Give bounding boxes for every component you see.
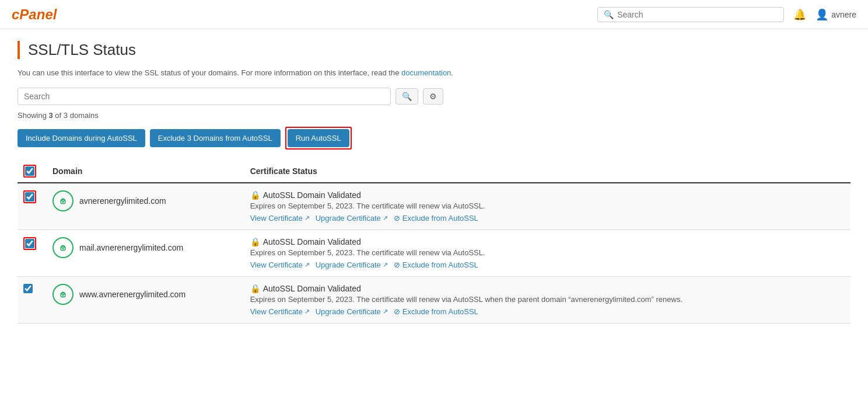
row-checkbox-wrapper	[23, 190, 36, 203]
upgrade-certificate-link[interactable]: Upgrade Certificate ↗	[316, 214, 388, 223]
search-icon: 🔍	[604, 10, 614, 19]
row-checkbox-wrapper	[23, 237, 36, 250]
settings-button[interactable]: ⚙	[423, 88, 443, 105]
lock-icon: 🔒	[250, 284, 260, 293]
select-all-header	[18, 160, 47, 183]
page-description: You can use this interface to view the S…	[18, 68, 850, 77]
exclude-domains-button[interactable]: Exclude 3 Domains from AutoSSL	[150, 129, 281, 147]
row-checkbox[interactable]	[25, 239, 34, 248]
cert-links: View Certificate ↗ Upgrade Certificate ↗…	[250, 260, 845, 269]
notifications-icon[interactable]: 🔔	[793, 8, 806, 21]
domain-cell: www.avnerenergylimited.com	[47, 277, 244, 324]
table-row: www.avnerenergylimited.com 🔒 AutoSSL Dom…	[18, 277, 850, 324]
row-checkbox-cell	[18, 230, 47, 277]
run-autossl-wrapper: Run AutoSSL	[285, 127, 352, 150]
exclude-icon: ⊘	[394, 260, 400, 269]
header-right: 🔍 🔔 👤 avnere	[597, 7, 856, 22]
view-certificate-link[interactable]: View Certificate ↗	[250, 307, 310, 316]
exclude-icon: ⊘	[394, 214, 400, 223]
header: cPanel 🔍 🔔 👤 avnere	[0, 0, 868, 29]
main-content: SSL/TLS Status You can use this interfac…	[0, 29, 868, 335]
username-label: avnere	[831, 10, 856, 19]
external-link-icon: ↗	[383, 308, 388, 315]
cert-status-column-header: Certificate Status	[244, 160, 850, 183]
row-checkbox-cell	[18, 183, 47, 230]
cert-links: View Certificate ↗ Upgrade Certificate ↗…	[250, 214, 845, 223]
cert-status-label: AutoSSL Domain Validated	[263, 237, 361, 246]
cert-status-cell: 🔒 AutoSSL Domain Validated Expires on Se…	[244, 183, 850, 230]
cert-status-title: 🔒 AutoSSL Domain Validated	[250, 237, 845, 246]
upgrade-certificate-link[interactable]: Upgrade Certificate ↗	[316, 307, 388, 316]
row-checkbox[interactable]	[25, 192, 34, 202]
showing-count: Showing 3 of 3 domains	[18, 111, 850, 120]
description-text: You can use this interface to view the S…	[18, 68, 399, 77]
ssl-table: Domain Certificate Status avnerenergylim…	[18, 160, 850, 324]
include-domains-button[interactable]: Include Domains during AutoSSL	[18, 129, 145, 147]
domain-name: avnerenergylimited.com	[79, 196, 166, 206]
table-row: mail.avnerenergylimited.com 🔒 AutoSSL Do…	[18, 230, 850, 277]
view-certificate-link[interactable]: View Certificate ↗	[250, 214, 310, 223]
table-row: avnerenergylimited.com 🔒 AutoSSL Domain …	[18, 183, 850, 230]
external-link-icon: ↗	[304, 214, 310, 222]
exclude-icon: ⊘	[394, 307, 400, 316]
exclude-from-autossl-link[interactable]: ⊘ Exclude from AutoSSL	[394, 214, 478, 223]
global-search-bar[interactable]: 🔍	[597, 7, 784, 22]
external-link-icon: ↗	[304, 308, 310, 315]
cert-expires: Expires on September 5, 2023. The certif…	[250, 295, 845, 304]
cpanel-logo: cPanel	[12, 5, 57, 23]
cert-status-cell: 🔒 AutoSSL Domain Validated Expires on Se…	[244, 277, 850, 324]
search-row: 🔍 ⚙	[18, 88, 850, 105]
external-link-icon: ↗	[304, 261, 310, 269]
upgrade-certificate-link[interactable]: Upgrade Certificate ↗	[316, 260, 388, 269]
cert-status-cell: 🔒 AutoSSL Domain Validated Expires on Se…	[244, 230, 850, 277]
cert-status-title: 🔒 AutoSSL Domain Validated	[250, 284, 845, 293]
row-checkbox[interactable]	[23, 284, 33, 293]
domain-ssl-icon	[52, 190, 74, 211]
domain-name: www.avnerenergylimited.com	[79, 290, 186, 299]
view-certificate-link[interactable]: View Certificate ↗	[250, 260, 310, 269]
domain-ssl-icon	[52, 237, 74, 258]
domain-column-header: Domain	[47, 160, 244, 183]
select-all-checkbox[interactable]	[25, 166, 34, 176]
page-title: SSL/TLS Status	[28, 41, 850, 59]
lock-icon: 🔒	[250, 237, 260, 246]
cert-expires: Expires on September 5, 2023. The certif…	[250, 248, 845, 257]
domain-cell: mail.avnerenergylimited.com	[47, 230, 244, 277]
cert-status-label: AutoSSL Domain Validated	[263, 190, 361, 200]
user-avatar-icon: 👤	[816, 8, 828, 21]
external-link-icon: ↗	[383, 261, 388, 269]
documentation-link[interactable]: documentation	[401, 68, 451, 77]
external-link-icon: ↗	[383, 214, 388, 222]
lock-icon: 🔒	[250, 190, 260, 200]
action-buttons: Include Domains during AutoSSL Exclude 3…	[18, 127, 850, 150]
select-all-checkbox-wrapper	[23, 165, 36, 178]
cert-status-title: 🔒 AutoSSL Domain Validated	[250, 190, 845, 200]
search-button[interactable]: 🔍	[396, 88, 418, 105]
global-search-input[interactable]	[617, 10, 778, 19]
row-checkbox-cell	[18, 277, 47, 324]
domain-ssl-icon	[52, 284, 74, 305]
page-title-container: SSL/TLS Status	[18, 41, 850, 59]
domain-name: mail.avnerenergylimited.com	[79, 243, 183, 252]
run-autossl-button[interactable]: Run AutoSSL	[288, 129, 349, 147]
exclude-from-autossl-link[interactable]: ⊘ Exclude from AutoSSL	[394, 260, 478, 269]
domain-search-input[interactable]	[18, 88, 391, 105]
domain-cell: avnerenergylimited.com	[47, 183, 244, 230]
cert-status-label: AutoSSL Domain Validated	[263, 284, 361, 293]
exclude-from-autossl-link[interactable]: ⊘ Exclude from AutoSSL	[394, 307, 478, 316]
user-menu[interactable]: 👤 avnere	[816, 8, 856, 21]
cert-links: View Certificate ↗ Upgrade Certificate ↗…	[250, 307, 845, 316]
cert-expires: Expires on September 5, 2023. The certif…	[250, 202, 845, 210]
